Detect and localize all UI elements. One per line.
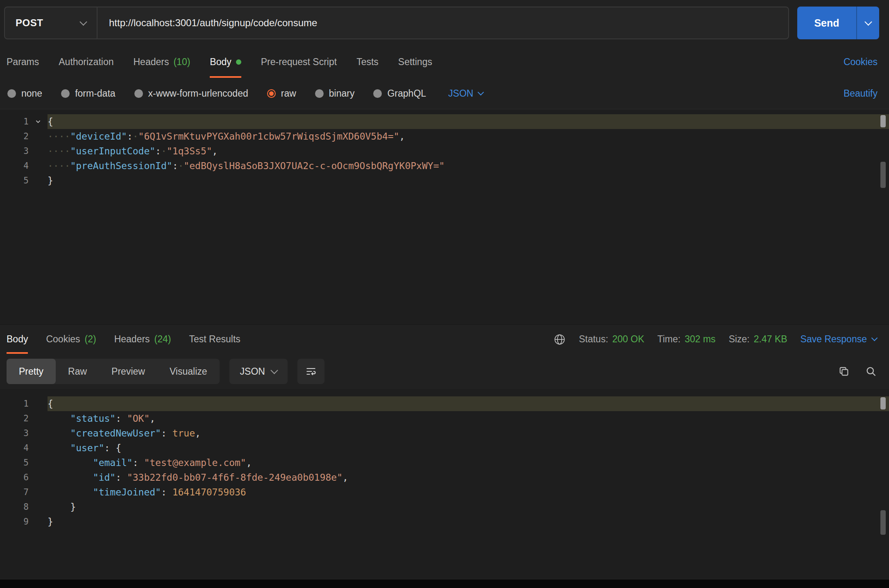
scrollbar-thumb[interactable] (880, 510, 886, 535)
radio-icon (315, 89, 324, 98)
line-number: 2 (0, 411, 29, 426)
scrollbar-mark (880, 397, 886, 409)
tab-label: Body (7, 334, 28, 345)
line-number: 5 (0, 455, 29, 470)
response-language-dropdown[interactable]: JSON (229, 359, 288, 384)
beautify-link[interactable]: Beautify (844, 88, 878, 99)
tab-headers[interactable]: Headers (10) (134, 46, 190, 78)
fold-spacer (29, 514, 48, 529)
method-dropdown[interactable]: POST (5, 7, 98, 38)
save-response-button[interactable]: Save Response (801, 334, 877, 345)
view-preview[interactable]: Preview (99, 359, 157, 384)
time-badge: Time: 302 ms (658, 334, 716, 345)
radio-label: none (21, 88, 42, 99)
view-mode-group: Pretty Raw Preview Visualize (7, 359, 220, 384)
tab-body[interactable]: Body (210, 46, 241, 78)
radio-icon (134, 89, 143, 98)
radio-label: GraphQL (387, 88, 426, 99)
code-text: "timeJoined": 1641470759036 (48, 485, 889, 500)
radio-label: raw (281, 88, 296, 99)
search-response-button[interactable] (865, 366, 877, 377)
tab-authorization[interactable]: Authorization (59, 46, 113, 78)
line-number: 4 (0, 158, 29, 173)
code-line[interactable]: 7 "timeJoined": 1641470759036 (0, 485, 889, 500)
code-text: { (48, 396, 889, 411)
fold-spacer (29, 500, 48, 514)
url-input[interactable]: http://localhost:3001/auth/signup/code/c… (98, 7, 788, 38)
search-icon (865, 366, 877, 377)
fold-chevron-icon[interactable] (29, 114, 48, 129)
network-globe-icon[interactable] (553, 333, 566, 346)
headers-count-badge: (24) (154, 334, 171, 345)
response-tabs: Body Cookies (2) Headers (24) Test Resul… (0, 324, 889, 354)
radio-graphql[interactable]: GraphQL (373, 88, 426, 99)
response-meta: Status: 200 OK Time: 302 ms Size: 2.47 K… (553, 325, 877, 354)
fold-spacer (29, 129, 48, 144)
status-badge: Status: 200 OK (579, 334, 644, 345)
radio-raw[interactable]: raw (267, 88, 296, 99)
copy-icon (838, 366, 850, 377)
code-text: ····"preAuthSessionId":·"edBQyslH8aSoB3J… (48, 158, 889, 173)
raw-language-dropdown[interactable]: JSON (448, 88, 483, 99)
language-label: JSON (448, 88, 473, 99)
fold-spacer (29, 485, 48, 500)
code-text: ····"userInputCode":·"1q3Ss5", (48, 144, 889, 158)
tab-response-headers[interactable]: Headers (24) (114, 325, 171, 354)
code-line[interactable]: 2 "status": "OK", (0, 411, 889, 426)
tab-test-results[interactable]: Test Results (189, 325, 240, 354)
tab-response-body[interactable]: Body (7, 325, 28, 354)
request-body-editor[interactable]: 1{2····"deviceId":·"6Q1vSrmKtuvPYGXah00r… (0, 109, 889, 324)
view-pretty[interactable]: Pretty (7, 359, 56, 384)
code-text: ····"deviceId":·"6Q1vSrmKtuvPYGXah00r1cb… (48, 129, 889, 144)
send-options-button[interactable] (856, 7, 879, 39)
radio-x-www-form-urlencoded[interactable]: x-www-form-urlencoded (134, 88, 248, 99)
code-line[interactable]: 2····"deviceId":·"6Q1vSrmKtuvPYGXah00r1c… (0, 129, 889, 144)
postman-app: POST http://localhost:3001/auth/signup/c… (0, 0, 889, 588)
tab-tests[interactable]: Tests (356, 46, 379, 78)
line-number: 3 (0, 144, 29, 158)
fold-spacer (29, 396, 48, 411)
tab-label: Pre-request Script (261, 57, 337, 68)
chevron-down-icon (270, 366, 278, 374)
response-body-editor[interactable]: 1{2 "status": "OK",3 "createdNewUser": t… (0, 389, 889, 579)
code-line[interactable]: 3 "createdNewUser": true, (0, 426, 889, 441)
view-raw[interactable]: Raw (56, 359, 99, 384)
code-line[interactable]: 4 "user": { (0, 441, 889, 455)
code-line[interactable]: 1{ (0, 114, 889, 129)
code-line[interactable]: 5} (0, 173, 889, 188)
save-response-label: Save Response (801, 334, 867, 345)
tab-prerequest-script[interactable]: Pre-request Script (261, 46, 337, 78)
cookies-link[interactable]: Cookies (844, 57, 878, 68)
radio-icon (373, 89, 382, 98)
tab-label: Authorization (59, 57, 113, 68)
radio-none[interactable]: none (7, 88, 42, 99)
request-tabs: Params Authorization Headers (10) Body P… (0, 46, 889, 78)
tab-label: Body (210, 57, 231, 68)
chevron-down-icon (871, 335, 878, 341)
radio-form-data[interactable]: form-data (61, 88, 115, 99)
fold-spacer (29, 173, 48, 188)
code-line[interactable]: 8 } (0, 500, 889, 514)
copy-response-button[interactable] (838, 366, 850, 377)
code-line[interactable]: 9} (0, 514, 889, 529)
tab-settings[interactable]: Settings (398, 46, 432, 78)
request-url-bar: POST http://localhost:3001/auth/signup/c… (0, 0, 889, 46)
wrap-lines-button[interactable] (297, 359, 324, 384)
code-line[interactable]: 4····"preAuthSessionId":·"edBQyslH8aSoB3… (0, 158, 889, 173)
scrollbar-thumb[interactable] (880, 162, 886, 188)
chevron-down-icon (79, 18, 87, 25)
code-line[interactable]: 3····"userInputCode":·"1q3Ss5", (0, 144, 889, 158)
send-button-group: Send (797, 7, 879, 39)
send-button[interactable]: Send (797, 7, 856, 39)
code-line[interactable]: 5 "email": "test@example.com", (0, 455, 889, 470)
fold-spacer (29, 158, 48, 173)
code-line[interactable]: 6 "id": "33b22fd0-bb07-4f6f-8fde-249ea0b… (0, 470, 889, 485)
code-line[interactable]: 1{ (0, 396, 889, 411)
body-type-bar: none form-data x-www-form-urlencoded raw… (0, 78, 889, 109)
line-number: 3 (0, 426, 29, 441)
radio-label: x-www-form-urlencoded (148, 88, 248, 99)
tab-response-cookies[interactable]: Cookies (2) (46, 325, 96, 354)
radio-binary[interactable]: binary (315, 88, 355, 99)
tab-params[interactable]: Params (7, 46, 39, 78)
view-visualize[interactable]: Visualize (157, 359, 220, 384)
